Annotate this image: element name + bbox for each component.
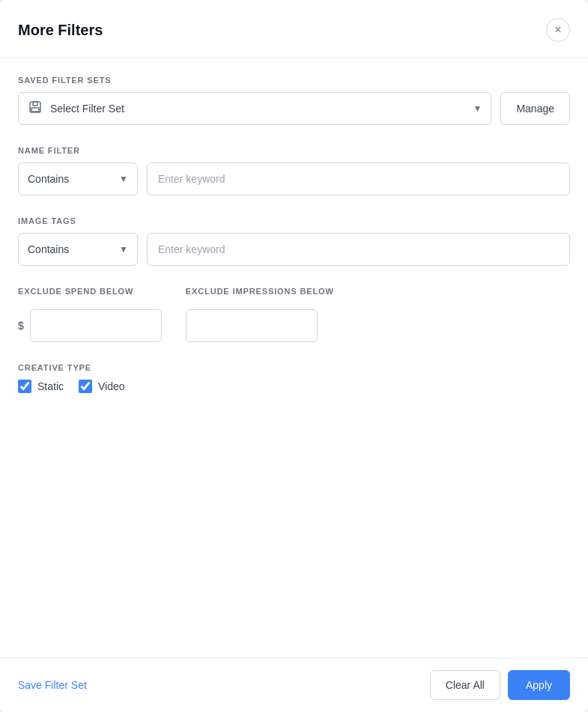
saved-filter-sets-section: SAVED FILTER SETS Select Filter Set ▼ Ma…: [18, 76, 570, 125]
apply-button[interactable]: Apply: [508, 670, 570, 700]
image-tags-keyword-input[interactable]: [147, 233, 570, 266]
currency-symbol: $: [18, 320, 24, 332]
name-filter-chevron-icon: ▼: [119, 174, 128, 184]
creative-type-options: Static Video: [18, 380, 570, 393]
name-filter-keyword-input[interactable]: [147, 162, 570, 195]
video-checkbox[interactable]: [79, 380, 92, 393]
exclude-spend-section: EXCLUDE SPEND BELOW $: [18, 287, 162, 342]
modal-footer: Save Filter Set Clear All Apply: [0, 657, 588, 712]
video-checkbox-label[interactable]: Video: [79, 380, 125, 393]
spend-input-wrapper: $: [18, 309, 162, 342]
modal-body: SAVED FILTER SETS Select Filter Set ▼ Ma…: [0, 58, 588, 657]
image-tags-chevron-icon: ▼: [119, 244, 128, 255]
name-filter-contains-select[interactable]: Contains ▼: [18, 162, 138, 195]
modal-container: More Filters × SAVED FILTER SETS Selec: [0, 0, 588, 712]
static-checkbox-label[interactable]: Static: [18, 380, 64, 393]
filter-set-select-text: Select Filter Set: [50, 103, 466, 115]
filter-set-row: Select Filter Set ▼ Manage: [18, 92, 570, 125]
image-tags-section: IMAGE TAGS Contains ▼: [18, 216, 570, 266]
static-checkbox[interactable]: [18, 380, 31, 393]
name-filter-label: NAME FILTER: [18, 146, 570, 155]
filter-set-select[interactable]: Select Filter Set ▼: [18, 92, 491, 125]
image-tags-row: Contains ▼: [18, 233, 570, 266]
exclude-impressions-input[interactable]: [186, 309, 318, 342]
saved-filter-sets-label: SAVED FILTER SETS: [18, 76, 570, 85]
close-icon: ×: [554, 24, 561, 36]
modal-header: More Filters ×: [0, 0, 588, 58]
creative-type-label: CREATIVE TYPE: [18, 363, 570, 372]
exclude-impressions-section: EXCLUDE IMPRESSIONS BELOW: [186, 287, 334, 342]
creative-type-section: CREATIVE TYPE Static Video: [18, 363, 570, 393]
manage-button[interactable]: Manage: [500, 92, 570, 125]
exclude-spend-input[interactable]: [30, 309, 162, 342]
svg-rect-2: [31, 108, 39, 112]
exclude-impressions-label: EXCLUDE IMPRESSIONS BELOW: [186, 287, 334, 296]
image-tags-contains-text: Contains: [28, 243, 113, 255]
modal-title: More Filters: [18, 22, 103, 39]
image-tags-contains-select[interactable]: Contains ▼: [18, 233, 138, 266]
svg-rect-1: [33, 102, 37, 106]
clear-all-button[interactable]: Clear All: [430, 670, 500, 700]
exclude-section: EXCLUDE SPEND BELOW $ EXCLUDE IMPRESSION…: [18, 287, 570, 342]
save-icon: [28, 100, 43, 118]
name-filter-contains-text: Contains: [28, 173, 113, 185]
footer-actions: Clear All Apply: [430, 670, 570, 700]
video-label: Video: [98, 380, 125, 392]
static-label: Static: [37, 380, 64, 392]
spend-impressions-row: EXCLUDE SPEND BELOW $ EXCLUDE IMPRESSION…: [18, 287, 570, 342]
name-filter-row: Contains ▼: [18, 162, 570, 195]
save-filter-set-button[interactable]: Save Filter Set: [18, 679, 87, 691]
exclude-spend-label: EXCLUDE SPEND BELOW: [18, 287, 162, 296]
name-filter-section: NAME FILTER Contains ▼: [18, 146, 570, 195]
chevron-down-icon: ▼: [473, 103, 482, 114]
close-button[interactable]: ×: [546, 18, 570, 42]
image-tags-label: IMAGE TAGS: [18, 216, 570, 225]
